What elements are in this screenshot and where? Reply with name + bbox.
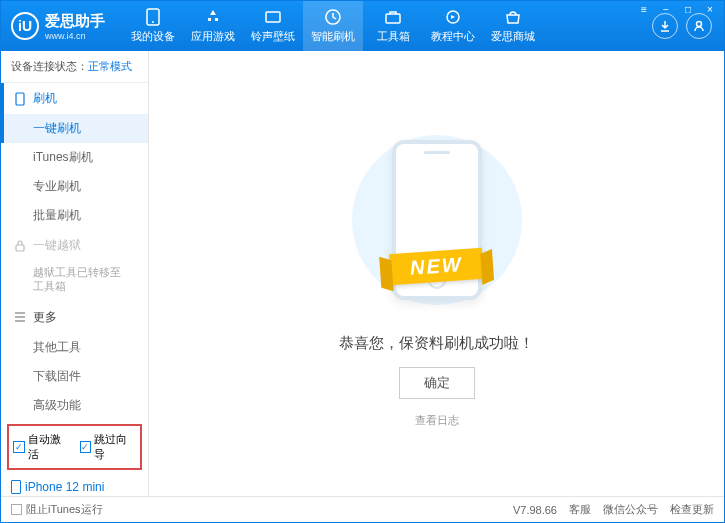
store-icon <box>504 8 522 26</box>
phone-icon <box>13 92 27 106</box>
lock-icon <box>13 240 27 252</box>
download-button[interactable] <box>652 13 678 39</box>
check-icon: ✓ <box>80 441 92 453</box>
app-name: 爱思助手 <box>45 12 105 31</box>
svg-rect-7 <box>16 245 24 251</box>
new-ribbon: NEW <box>389 247 484 284</box>
flash-icon <box>324 8 342 26</box>
section-label: 刷机 <box>33 90 57 107</box>
tab-my-device[interactable]: 我的设备 <box>123 1 183 51</box>
tab-label: 铃声壁纸 <box>251 29 295 44</box>
app-window: ≡ − □ × iU 爱思助手 www.i4.cn 我的设备 应用游戏 铃声壁纸 <box>0 0 725 523</box>
section-jailbreak-head[interactable]: 一键越狱 <box>1 230 148 261</box>
main-content: NEW 恭喜您，保资料刷机成功啦！ 确定 查看日志 <box>149 51 724 496</box>
device-icon <box>11 480 21 494</box>
check-update-link[interactable]: 检查更新 <box>670 502 714 517</box>
toolbox-icon <box>384 8 402 26</box>
check-icon: ✓ <box>13 441 25 453</box>
tab-label: 应用游戏 <box>191 29 235 44</box>
tab-store[interactable]: 爱思商城 <box>483 1 543 51</box>
checkbox-label: 阻止iTunes运行 <box>26 502 103 517</box>
tab-label: 教程中心 <box>431 29 475 44</box>
sidebar-item-itunes-flash[interactable]: iTunes刷机 <box>1 143 148 172</box>
close-button[interactable]: × <box>700 2 720 16</box>
sidebar: 设备连接状态：正常模式 刷机 一键刷机 iTunes刷机 专业刷机 批量刷机 一… <box>1 51 149 496</box>
titlebar-actions <box>640 13 724 39</box>
window-controls: ≡ − □ × <box>634 2 720 16</box>
tab-toolbox[interactable]: 工具箱 <box>363 1 423 51</box>
confirm-button[interactable]: 确定 <box>399 367 475 399</box>
svg-rect-2 <box>266 12 280 22</box>
sidebar-item-oneclick-flash[interactable]: 一键刷机 <box>1 114 148 143</box>
sidebar-item-pro-flash[interactable]: 专业刷机 <box>1 172 148 201</box>
device-info[interactable]: iPhone 12 mini 64GB Down-12mini-13,1 <box>1 474 148 496</box>
maximize-button[interactable]: □ <box>678 2 698 16</box>
section-label: 一键越狱 <box>33 237 81 254</box>
footer-right: V7.98.66 客服 微信公众号 检查更新 <box>513 502 714 517</box>
tab-label: 爱思商城 <box>491 29 535 44</box>
checkbox-auto-activate[interactable]: ✓ 自动激活 <box>13 432 70 462</box>
tutorial-icon <box>444 8 462 26</box>
menu-button[interactable]: ≡ <box>634 2 654 16</box>
tab-label: 工具箱 <box>377 29 410 44</box>
section-flash-head[interactable]: 刷机 <box>1 83 148 114</box>
tab-smart-flash[interactable]: 智能刷机 <box>303 1 363 51</box>
apps-icon <box>204 8 222 26</box>
nav-tabs: 我的设备 应用游戏 铃声壁纸 智能刷机 工具箱 教程中心 <box>123 1 640 51</box>
tab-ringtones[interactable]: 铃声壁纸 <box>243 1 303 51</box>
device-name: iPhone 12 mini <box>11 480 138 494</box>
tab-label: 智能刷机 <box>311 29 355 44</box>
section-more: 更多 其他工具 下载固件 高级功能 <box>1 302 148 420</box>
sidebar-item-other-tools[interactable]: 其他工具 <box>1 333 148 362</box>
sidebar-item-batch-flash[interactable]: 批量刷机 <box>1 201 148 230</box>
connection-status: 设备连接状态：正常模式 <box>1 51 148 83</box>
svg-rect-6 <box>16 93 24 105</box>
checkbox-row: ✓ 自动激活 ✓ 跳过向导 <box>7 424 142 470</box>
section-more-head[interactable]: 更多 <box>1 302 148 333</box>
logo-area: iU 爱思助手 www.i4.cn <box>1 12 115 41</box>
section-flash: 刷机 一键刷机 iTunes刷机 专业刷机 批量刷机 <box>1 83 148 230</box>
list-icon <box>13 312 27 322</box>
tab-label: 我的设备 <box>131 29 175 44</box>
checkbox-icon <box>11 504 22 515</box>
status-mode: 正常模式 <box>88 60 132 72</box>
success-illustration: NEW <box>357 120 517 320</box>
view-log-link[interactable]: 查看日志 <box>415 413 459 428</box>
checkbox-label: 自动激活 <box>28 432 70 462</box>
minimize-button[interactable]: − <box>656 2 676 16</box>
support-link[interactable]: 客服 <box>569 502 591 517</box>
success-message: 恭喜您，保资料刷机成功啦！ <box>339 334 534 353</box>
body: 设备连接状态：正常模式 刷机 一键刷机 iTunes刷机 专业刷机 批量刷机 一… <box>1 51 724 496</box>
sidebar-item-advanced[interactable]: 高级功能 <box>1 391 148 420</box>
status-label: 设备连接状态： <box>11 60 88 72</box>
svg-point-5 <box>697 22 702 27</box>
tab-apps[interactable]: 应用游戏 <box>183 1 243 51</box>
checkbox-block-itunes[interactable]: 阻止iTunes运行 <box>11 502 103 517</box>
media-icon <box>264 8 282 26</box>
version-label: V7.98.66 <box>513 504 557 516</box>
svg-rect-3 <box>386 14 400 23</box>
sidebar-item-download-firmware[interactable]: 下载固件 <box>1 362 148 391</box>
svg-point-1 <box>152 21 154 23</box>
footer: 阻止iTunes运行 V7.98.66 客服 微信公众号 检查更新 <box>1 496 724 522</box>
checkbox-label: 跳过向导 <box>94 432 136 462</box>
section-label: 更多 <box>33 309 57 326</box>
jailbreak-note: 越狱工具已转移至 工具箱 <box>1 261 148 302</box>
tab-tutorial[interactable]: 教程中心 <box>423 1 483 51</box>
section-jailbreak: 一键越狱 越狱工具已转移至 工具箱 <box>1 230 148 302</box>
wechat-link[interactable]: 微信公众号 <box>603 502 658 517</box>
logo-icon: iU <box>11 12 39 40</box>
checkbox-skip-guide[interactable]: ✓ 跳过向导 <box>80 432 137 462</box>
device-icon <box>144 8 162 26</box>
app-url: www.i4.cn <box>45 31 105 41</box>
user-button[interactable] <box>686 13 712 39</box>
titlebar: ≡ − □ × iU 爱思助手 www.i4.cn 我的设备 应用游戏 铃声壁纸 <box>1 1 724 51</box>
